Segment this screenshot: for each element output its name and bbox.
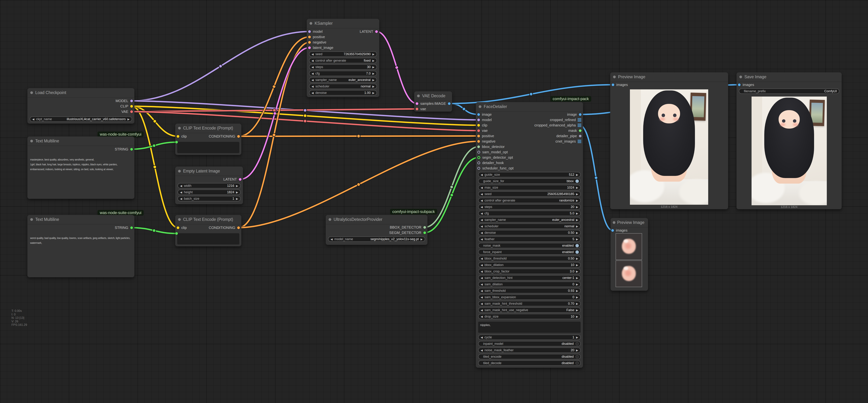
widget-drop_size[interactable]: ◀drop_size10▶ <box>478 314 581 319</box>
node-clip-text-encode-negative[interactable]: CLIP Text Encode (Prompt) clipCONDITIONI… <box>175 215 241 246</box>
widget-bbox_threshold[interactable]: ◀bbox_threshold0.50▶ <box>478 256 581 261</box>
increment-arrow-icon[interactable]: ▶ <box>372 72 374 75</box>
collapse-dot-icon[interactable] <box>613 221 615 224</box>
node-title-bar[interactable]: CLIP Text Encode (Prompt) <box>175 124 241 133</box>
node-ultralytics-detector-provider[interactable]: UltralyticsDetectorProvider BBOX_DETECTO… <box>326 215 428 245</box>
increment-arrow-icon[interactable]: ▶ <box>127 118 129 121</box>
images-slot[interactable] <box>738 84 741 86</box>
node-title-bar[interactable]: Empty Latent Image <box>175 166 243 176</box>
widget-tiled_encode[interactable]: tiled_encodedisabled <box>478 354 581 359</box>
increment-arrow-icon[interactable]: ▶ <box>372 53 374 56</box>
CONDITIONING-slot[interactable] <box>237 135 240 138</box>
clip-slot[interactable] <box>177 226 179 229</box>
image-slot[interactable] <box>579 113 582 116</box>
widget-filename_prefix[interactable]: filename_prefixComfyUI <box>739 89 839 94</box>
widget-sampler_name[interactable]: ◀sampler_nameeuler_ancestral▶ <box>478 217 581 222</box>
images-slot[interactable] <box>612 84 614 86</box>
decrement-arrow-icon[interactable]: ◀ <box>481 302 483 305</box>
clip-slot[interactable] <box>477 124 480 127</box>
node-title-bar[interactable]: Text Multiline <box>27 136 134 146</box>
increment-arrow-icon[interactable]: ▶ <box>576 289 578 292</box>
node-title-bar[interactable]: Save Image <box>737 72 842 82</box>
widget-denoise[interactable]: ◀denoise0.50▶ <box>478 230 581 235</box>
node-preview-image-crops[interactable]: Preview Image images <box>611 218 648 291</box>
increment-arrow-icon[interactable]: ▶ <box>372 92 374 94</box>
decrement-arrow-icon[interactable]: ◀ <box>180 185 182 187</box>
bbox_detector-slot[interactable] <box>477 146 480 148</box>
node-title-bar[interactable]: FaceDetailer <box>476 102 583 112</box>
negative-slot[interactable] <box>308 41 311 44</box>
STRING-slot[interactable] <box>130 148 133 151</box>
detailer_pipe-slot[interactable] <box>579 135 582 137</box>
cropped_enhanced_alpha-batch-slot-icon[interactable] <box>578 124 581 127</box>
decrement-arrow-icon[interactable]: ◀ <box>481 231 483 234</box>
cropped_refined-batch-slot-icon[interactable] <box>578 118 581 122</box>
widget-scheduler[interactable]: ◀schedulernormal▶ <box>478 223 581 229</box>
comfyui-canvas[interactable]: { "colors":{ "model":"#b49ce8","clip":"#… <box>0 0 868 403</box>
collapse-dot-icon[interactable] <box>178 170 181 173</box>
widget-bbox_crop_factor[interactable]: ◀bbox_crop_factor3.0▶ <box>478 269 581 274</box>
sam_model_opt-slot[interactable] <box>477 151 480 154</box>
widget-sam_detection_hint[interactable]: ◀sam_detection_hintcenter-1▶ <box>478 275 581 280</box>
increment-arrow-icon[interactable]: ▶ <box>576 199 578 202</box>
decrement-arrow-icon[interactable]: ◀ <box>312 92 314 94</box>
widget-force_inpaint[interactable]: force_inpaintenabled <box>478 249 581 255</box>
increment-arrow-icon[interactable]: ▶ <box>576 225 578 228</box>
decrement-arrow-icon[interactable]: ◀ <box>481 283 483 286</box>
widget-guide_size[interactable]: ◀guide_size512▶ <box>478 172 581 177</box>
increment-arrow-icon[interactable]: ▶ <box>576 257 578 260</box>
STRING-slot[interactable] <box>130 226 133 229</box>
node-preview-image-main[interactable]: Preview Image images 1216 x 1824 <box>610 72 728 209</box>
widget-cfg[interactable]: ◀cfg5.0▶ <box>478 211 581 216</box>
positive-slot[interactable] <box>477 135 480 137</box>
text-area[interactable] <box>177 233 239 245</box>
decrement-arrow-icon[interactable]: ◀ <box>481 264 483 266</box>
increment-arrow-icon[interactable]: ▶ <box>576 315 578 318</box>
increment-arrow-icon[interactable]: ▶ <box>576 193 578 195</box>
collapse-dot-icon[interactable] <box>30 140 33 143</box>
vae-slot[interactable] <box>477 129 480 132</box>
CONDITIONING-slot[interactable] <box>237 226 240 229</box>
node-face-detailer[interactable]: FaceDetailer imageimagemodelcropped_refi… <box>476 102 583 368</box>
increment-arrow-icon[interactable]: ▶ <box>576 206 578 208</box>
widget-scheduler[interactable]: ◀schedulernormal▶ <box>309 84 377 89</box>
collapse-dot-icon[interactable] <box>417 95 420 97</box>
decrement-arrow-icon[interactable]: ◀ <box>481 349 483 351</box>
widget-steps[interactable]: ◀steps30▶ <box>309 64 377 70</box>
node-title-bar[interactable]: Load Checkpoint <box>27 88 134 98</box>
collapse-dot-icon[interactable] <box>613 75 616 78</box>
increment-arrow-icon[interactable]: ▶ <box>576 212 578 215</box>
decrement-arrow-icon[interactable]: ◀ <box>481 289 483 292</box>
widget-seed[interactable]: ◀seed726355704925090▶ <box>309 52 377 57</box>
increment-arrow-icon[interactable]: ▶ <box>236 191 238 194</box>
widget-sampler_name[interactable]: ◀sampler_nameeuler_ancestral▶ <box>309 77 377 83</box>
increment-arrow-icon[interactable]: ▶ <box>576 186 578 189</box>
positive-prompt-text[interactable]: masterpiece, best quality, absurdres, ve… <box>30 157 132 172</box>
widget-max_size[interactable]: ◀max_size1024▶ <box>478 185 581 190</box>
decrement-arrow-icon[interactable]: ◀ <box>312 66 314 68</box>
MODEL-slot[interactable] <box>130 100 133 102</box>
toggle-dot-icon[interactable] <box>576 244 579 247</box>
positive-slot[interactable] <box>308 36 311 38</box>
decrement-arrow-icon[interactable]: ◀ <box>481 296 483 299</box>
node-title-bar[interactable]: Text Multiline <box>27 215 134 224</box>
decrement-arrow-icon[interactable]: ◀ <box>481 336 483 339</box>
widget-cycle[interactable]: ◀cycle1▶ <box>478 335 581 340</box>
widget-steps[interactable]: ◀steps20▶ <box>478 204 581 210</box>
widget-noise_mask_feather[interactable]: ◀noise_mask_feather20▶ <box>478 347 581 353</box>
mask-slot[interactable] <box>579 129 582 132</box>
BBOX_DETECTOR-slot[interactable] <box>423 226 426 229</box>
CLIP-slot[interactable] <box>130 105 133 107</box>
increment-arrow-icon[interactable]: ▶ <box>236 197 238 200</box>
text-input-slot[interactable] <box>175 141 178 144</box>
increment-arrow-icon[interactable]: ▶ <box>372 79 374 81</box>
node-title-bar[interactable]: Preview Image <box>610 72 728 82</box>
increment-arrow-icon[interactable]: ▶ <box>372 59 374 62</box>
widget-inpaint_model[interactable]: inpaint_modeldisabled <box>478 341 581 346</box>
widget-bbox_dilation[interactable]: ◀bbox_dilation10▶ <box>478 262 581 268</box>
increment-arrow-icon[interactable]: ▶ <box>576 309 578 311</box>
latent_image-slot[interactable] <box>308 46 311 49</box>
collapse-dot-icon[interactable] <box>30 91 33 94</box>
node-title-bar[interactable]: KSampler <box>307 19 379 28</box>
detailer_hook-slot[interactable] <box>477 161 480 164</box>
